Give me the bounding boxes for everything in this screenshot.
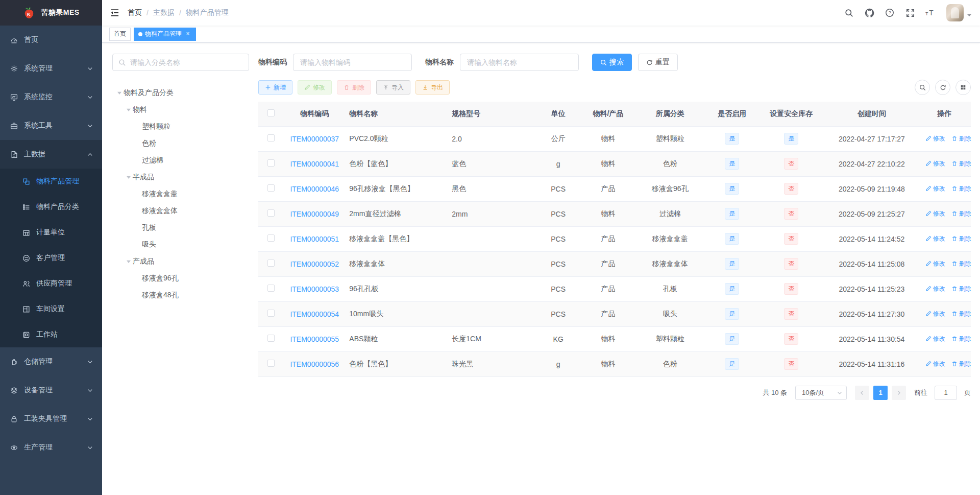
- row-edit-button[interactable]: 修改: [925, 310, 945, 318]
- material-code-link[interactable]: ITEM00000052: [290, 260, 339, 268]
- row-checkbox[interactable]: [267, 134, 275, 142]
- material-name-input[interactable]: [460, 54, 579, 71]
- user-menu[interactable]: [946, 4, 972, 21]
- tree-caret-icon[interactable]: [125, 257, 133, 266]
- import-button[interactable]: 导入: [376, 80, 410, 95]
- breadcrumb-master-data[interactable]: 主数据: [153, 8, 175, 17]
- row-edit-button[interactable]: 修改: [925, 335, 945, 343]
- page-number-1[interactable]: 1: [873, 386, 888, 400]
- row-edit-button[interactable]: 修改: [925, 260, 945, 268]
- tree-node-7[interactable]: 移液盒盒体: [112, 202, 249, 219]
- material-code-link[interactable]: ITEM00000054: [290, 310, 339, 318]
- material-code-link[interactable]: ITEM00000056: [290, 360, 339, 368]
- row-checkbox[interactable]: [267, 285, 275, 292]
- row-checkbox[interactable]: [267, 209, 275, 217]
- grid-columns-icon[interactable]: [955, 80, 971, 95]
- col-spec[interactable]: 规格型号: [448, 102, 533, 126]
- col-unit[interactable]: 单位: [533, 102, 583, 126]
- breadcrumb-home[interactable]: 首页: [128, 8, 142, 17]
- sidebar-subitem-2[interactable]: 计量单位: [0, 220, 102, 245]
- sidebar-subitem-0[interactable]: 物料产品管理: [0, 169, 102, 194]
- search-icon[interactable]: [840, 3, 857, 23]
- tree-caret-icon[interactable]: [115, 89, 124, 97]
- search-toggle-icon[interactable]: [915, 80, 930, 95]
- row-delete-button[interactable]: 删除: [951, 335, 971, 343]
- logo-bar[interactable]: K 苦糖果MES: [0, 0, 102, 26]
- sidebar-item-4[interactable]: 主数据: [0, 140, 102, 169]
- row-delete-button[interactable]: 删除: [951, 234, 971, 243]
- row-delete-button[interactable]: 删除: [951, 260, 971, 268]
- tree-node-8[interactable]: 孔板: [112, 219, 249, 236]
- material-code-link[interactable]: ITEM00000037: [290, 135, 339, 143]
- tree-node-3[interactable]: 色粉: [112, 135, 249, 152]
- tag-home[interactable]: 首页: [109, 28, 131, 41]
- material-code-link[interactable]: ITEM00000041: [290, 160, 339, 168]
- goto-page-input[interactable]: [935, 386, 957, 400]
- col-material-name[interactable]: 物料名称: [345, 102, 448, 126]
- sidebar-item-7[interactable]: 工装夹具管理: [0, 405, 102, 433]
- row-delete-button[interactable]: 删除: [951, 184, 971, 193]
- sidebar-item-1[interactable]: 系统管理: [0, 54, 102, 83]
- tag-material-product[interactable]: 物料产品管理 ×: [134, 28, 196, 41]
- tree-search-input[interactable]: [130, 58, 243, 66]
- material-code-link[interactable]: ITEM00000049: [290, 210, 339, 218]
- row-edit-button[interactable]: 修改: [925, 209, 945, 218]
- material-code-link[interactable]: ITEM00000051: [290, 235, 339, 243]
- sidebar-subitem-5[interactable]: 车间设置: [0, 296, 102, 322]
- tree-node-11[interactable]: 移液盒96孔: [112, 270, 249, 287]
- row-checkbox[interactable]: [267, 234, 275, 242]
- sidebar-item-3[interactable]: 系统工具: [0, 111, 102, 140]
- reset-button[interactable]: 重置: [638, 54, 678, 71]
- col-actions[interactable]: 操作: [918, 102, 971, 126]
- col-safety-stock[interactable]: 设置安全库存: [757, 102, 825, 126]
- sidebar-subitem-3[interactable]: 客户管理: [0, 245, 102, 271]
- edit-button[interactable]: 修改: [298, 80, 332, 95]
- row-delete-button[interactable]: 删除: [951, 310, 971, 318]
- tree-caret-icon[interactable]: [125, 173, 133, 181]
- sidebar-item-6[interactable]: 设备管理: [0, 376, 102, 405]
- row-edit-button[interactable]: 修改: [925, 360, 945, 368]
- tree-node-12[interactable]: 移液盒48孔: [112, 287, 249, 303]
- row-delete-button[interactable]: 删除: [951, 360, 971, 368]
- search-button[interactable]: 搜索: [592, 54, 632, 71]
- row-edit-button[interactable]: 修改: [925, 234, 945, 243]
- font-size-icon[interactable]: TT: [922, 3, 939, 23]
- row-delete-button[interactable]: 删除: [951, 134, 971, 143]
- sidebar-fold-icon[interactable]: [102, 0, 128, 26]
- material-code-link[interactable]: ITEM00000053: [290, 285, 339, 293]
- tree-node-10[interactable]: 产成品: [112, 253, 249, 270]
- page-size-select[interactable]: 10条/页: [795, 386, 847, 400]
- row-edit-button[interactable]: 修改: [925, 285, 945, 293]
- row-delete-button[interactable]: 删除: [951, 209, 971, 218]
- tree-node-6[interactable]: 移液盒盒盖: [112, 185, 249, 202]
- tree-caret-icon[interactable]: [125, 106, 133, 114]
- row-checkbox[interactable]: [267, 159, 275, 167]
- row-edit-button[interactable]: 修改: [925, 159, 945, 168]
- material-code-input[interactable]: [293, 54, 412, 71]
- row-checkbox[interactable]: [267, 310, 275, 317]
- col-category[interactable]: 所属分类: [633, 102, 707, 126]
- material-code-link[interactable]: ITEM00000046: [290, 185, 339, 193]
- export-button[interactable]: 导出: [415, 80, 450, 95]
- row-edit-button[interactable]: 修改: [925, 134, 945, 143]
- col-created[interactable]: 创建时间: [825, 102, 918, 126]
- tree-node-9[interactable]: 吸头: [112, 236, 249, 253]
- tree-node-1[interactable]: 物料: [112, 101, 249, 118]
- row-delete-button[interactable]: 删除: [951, 285, 971, 293]
- row-checkbox[interactable]: [267, 360, 275, 367]
- sidebar-subitem-6[interactable]: 工作站: [0, 322, 102, 347]
- row-checkbox[interactable]: [267, 260, 275, 267]
- user-avatar[interactable]: [946, 4, 964, 21]
- sidebar-item-5[interactable]: 仓储管理: [0, 347, 102, 376]
- tree-node-5[interactable]: 半成品: [112, 169, 249, 185]
- select-all-checkbox[interactable]: [267, 109, 275, 116]
- col-type[interactable]: 物料/产品: [583, 102, 633, 126]
- material-code-link[interactable]: ITEM00000055: [290, 335, 339, 343]
- next-page-button[interactable]: [892, 386, 906, 400]
- refresh-icon[interactable]: [935, 80, 950, 95]
- row-checkbox[interactable]: [267, 335, 275, 342]
- close-icon[interactable]: ×: [184, 31, 191, 38]
- sidebar-item-2[interactable]: 系统监控: [0, 83, 102, 111]
- prev-page-button[interactable]: [855, 386, 869, 400]
- row-delete-button[interactable]: 删除: [951, 159, 971, 168]
